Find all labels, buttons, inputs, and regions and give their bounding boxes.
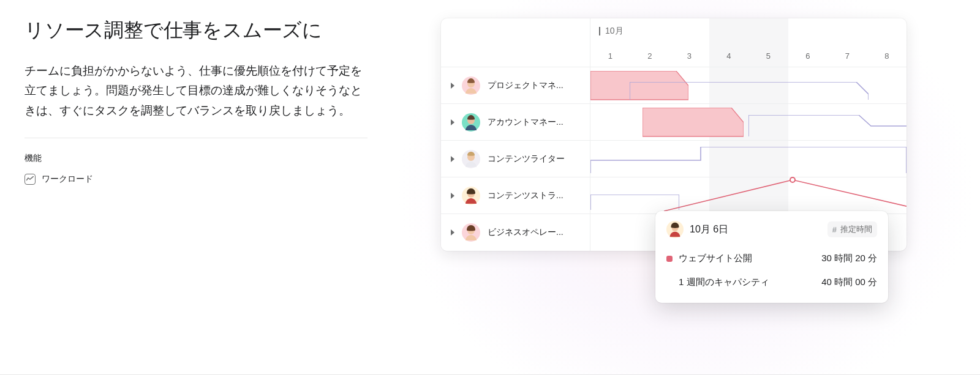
workload-shape xyxy=(748,115,907,137)
chevron-right-icon[interactable] xyxy=(451,119,454,125)
features-label: 機能 xyxy=(24,153,368,164)
trend-icon xyxy=(24,174,36,185)
row-name: コンテンツライター xyxy=(488,154,565,165)
avatar xyxy=(462,223,480,242)
page-description: チームに負担がかからないよう、仕事に優先順位を付けて予定を立てましょう。問題が発… xyxy=(24,61,368,121)
timeline-day: 3 xyxy=(669,51,709,61)
feature-workload-label: ワークロード xyxy=(42,174,93,185)
popover-task-time: 30 時間 20 分 xyxy=(821,253,877,264)
chevron-right-icon[interactable] xyxy=(451,83,454,89)
overload-shape xyxy=(643,108,744,137)
popover-capacity-label: 1 週間のキャパシティ xyxy=(679,277,769,288)
timeline-day: 2 xyxy=(630,51,670,61)
divider xyxy=(24,138,368,138)
workload-row[interactable]: コンテンツライター xyxy=(441,141,907,177)
popover-date: 10月 6日 xyxy=(690,223,728,236)
task-color-swatch xyxy=(666,256,673,262)
row-name: コンテンツストラ... xyxy=(488,190,564,201)
hover-point[interactable] xyxy=(790,177,796,183)
popover-capacity-time: 40 時間 00 分 xyxy=(821,277,877,288)
overload-line xyxy=(664,177,907,214)
timeline-days: 1 2 3 4 5 6 7 8 xyxy=(590,51,907,61)
timeline-day: 8 xyxy=(867,51,907,61)
timeline-day: 6 xyxy=(788,51,828,61)
hash-icon: # xyxy=(832,225,837,234)
timeline-month: 10月 xyxy=(599,26,624,37)
popover-capacity-line: 1 週間のキャパシティ 40 時間 00 分 xyxy=(666,270,877,294)
chevron-right-icon[interactable] xyxy=(451,156,454,162)
popover-task-line: ウェブサイト公開 30 時間 20 分 xyxy=(666,247,877,270)
workload-popover: 10月 6日 # 推定時間 ウェブサイト公開 30 時間 20 分 1 週間のキ… xyxy=(655,211,888,303)
timeline-day: 5 xyxy=(748,51,788,61)
timeline-header: 10月 1 2 3 4 5 6 7 8 xyxy=(441,18,907,67)
timeline-day: 4 xyxy=(709,51,749,61)
row-name: アカウントマネー... xyxy=(488,117,564,128)
avatar xyxy=(462,76,480,95)
feature-workload-link[interactable]: ワークロード xyxy=(24,174,368,185)
workload-row[interactable]: コンテンツストラ... xyxy=(441,177,907,214)
avatar xyxy=(462,150,480,168)
workload-shape xyxy=(630,82,869,100)
avatar xyxy=(462,187,480,205)
timeline-day: 7 xyxy=(827,51,867,61)
chevron-right-icon[interactable] xyxy=(451,193,454,199)
workload-row[interactable]: プロジェクトマネ... xyxy=(441,67,907,104)
row-name: プロジェクトマネ... xyxy=(488,80,564,91)
avatar xyxy=(666,221,684,238)
row-name: ビジネスオペレー... xyxy=(488,227,564,238)
workload-shape xyxy=(590,147,907,174)
estimate-badge[interactable]: # 推定時間 xyxy=(827,221,877,237)
popover-task-name: ウェブサイト公開 xyxy=(679,253,752,264)
chevron-right-icon[interactable] xyxy=(451,229,454,236)
timeline-day: 1 xyxy=(590,51,630,61)
workload-row[interactable]: アカウントマネー... xyxy=(441,104,907,141)
avatar xyxy=(462,113,480,132)
page-heading: リソース調整で仕事をスムーズに xyxy=(24,17,368,44)
